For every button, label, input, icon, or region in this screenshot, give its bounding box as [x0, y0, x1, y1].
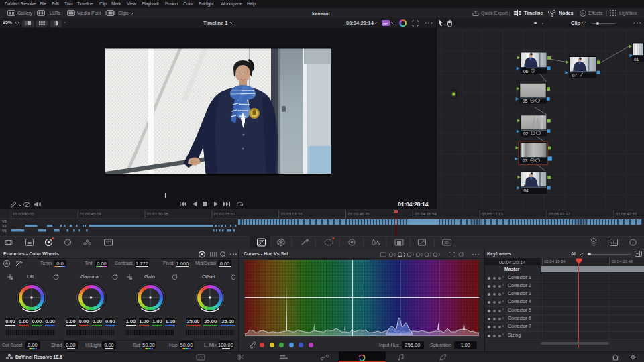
svg-text:A: A — [5, 261, 9, 265]
svg-text:03: 03 — [523, 158, 528, 163]
svg-text:01: 01 — [634, 57, 639, 62]
svg-text:07: 07 — [572, 73, 578, 78]
svg-text:02: 02 — [523, 131, 529, 136]
svg-text:3D: 3D — [444, 241, 449, 245]
svg-text:06: 06 — [523, 69, 529, 74]
svg-text:04: 04 — [524, 188, 529, 193]
svg-text:fx: fx — [581, 11, 584, 15]
svg-text:05: 05 — [523, 99, 528, 103]
